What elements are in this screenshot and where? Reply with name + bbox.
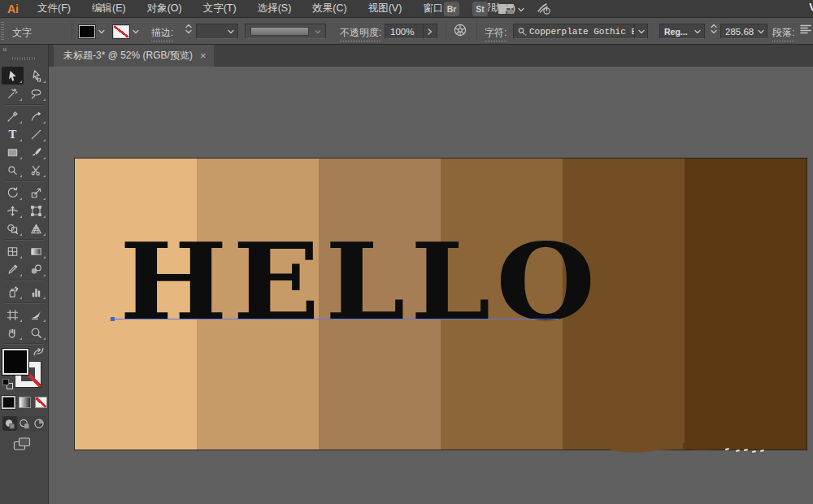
tool-selection[interactable]: [2, 67, 24, 85]
paragraph-panel-link[interactable]: 段落:: [772, 26, 794, 41]
tool-rectangle[interactable]: [2, 143, 24, 161]
drawing-mode-buttons: [2, 416, 46, 431]
menu-item-6[interactable]: 视图(V): [358, 0, 413, 17]
opacity-input[interactable]: 100%: [385, 24, 424, 39]
tool-direct-selection[interactable]: [25, 67, 47, 85]
tool-shaper[interactable]: [2, 161, 24, 179]
font-family-chevron-button[interactable]: [634, 24, 648, 39]
stroke-none-swatch: [113, 25, 129, 38]
paragraph-align-icon[interactable]: [800, 24, 811, 34]
tool-lasso[interactable]: [25, 85, 47, 102]
stroke-profile-preview: [250, 27, 309, 36]
tool-magic-wand[interactable]: [2, 85, 24, 102]
character-panel-link[interactable]: 字符:: [485, 26, 506, 41]
panel-grip[interactable]: [12, 57, 37, 60]
tool-line-segment[interactable]: [25, 125, 47, 143]
tool-curvature[interactable]: [25, 107, 47, 125]
swap-fill-stroke-icon[interactable]: [33, 348, 45, 356]
document-tab[interactable]: 未标题-3* @ 52% (RGB/预览) ×: [54, 45, 214, 67]
menu-item-1[interactable]: 编辑(E): [81, 0, 137, 17]
document-tab-bar: 未标题-3* @ 52% (RGB/预览) ×: [49, 45, 813, 67]
stroke-color-button[interactable]: [113, 24, 140, 39]
tool-free-transform[interactable]: [25, 202, 47, 219]
tool-pen[interactable]: [2, 107, 24, 125]
menubar-separator: [430, 2, 431, 15]
tool-slice[interactable]: [25, 306, 47, 324]
tool-width[interactable]: [2, 202, 24, 219]
menu-item-0[interactable]: 文件(F): [27, 0, 81, 17]
workspace-switcher-icon[interactable]: [498, 3, 514, 15]
text-baseline-path[interactable]: [111, 319, 559, 319]
tool-row: [0, 184, 49, 202]
workspace-chevron-down-icon[interactable]: [517, 6, 525, 13]
control-bar: 文字 描边: 不透明度: 100% 字符:: [0, 18, 813, 45]
opacity-expand-button[interactable]: [423, 24, 437, 39]
tool-symbol-sprayer[interactable]: [2, 283, 24, 301]
tool-eyedropper[interactable]: [2, 260, 24, 278]
color-button[interactable]: [2, 397, 15, 408]
color-type-buttons: [2, 397, 47, 408]
collapse-panel-icon[interactable]: «: [2, 45, 7, 54]
menu-item-5[interactable]: 效果(C): [302, 0, 357, 17]
draw-behind-icon[interactable]: [17, 416, 32, 431]
tool-row: [0, 219, 49, 237]
stroke-weight-stepper[interactable]: [185, 24, 193, 34]
default-fill-stroke-icon[interactable]: [2, 379, 14, 390]
tool-scale[interactable]: [25, 184, 47, 202]
font-search-icon: [517, 27, 528, 37]
menu-item-2[interactable]: 对象(O): [137, 0, 193, 17]
font-name-value: Copperplate Gothic Bo: [529, 27, 634, 37]
tool-row: [0, 67, 49, 85]
tool-gradient[interactable]: [25, 242, 47, 260]
menu-item-3[interactable]: 文字(T): [193, 0, 247, 17]
controlbar-grip[interactable]: [1, 22, 4, 40]
draw-inside-icon[interactable]: [32, 416, 46, 431]
tool-hand[interactable]: [2, 324, 24, 341]
font-style-combobox[interactable]: Reg...: [659, 24, 705, 39]
tool-mesh[interactable]: [2, 242, 24, 260]
font-size-stepper[interactable]: [710, 24, 718, 34]
separator: [72, 22, 72, 40]
tool-row: T: [0, 125, 49, 143]
tool-perspective-grid[interactable]: [25, 219, 47, 237]
tool-blend[interactable]: [25, 260, 47, 278]
stroke-weight-combobox[interactable]: [196, 24, 238, 39]
bridge-button[interactable]: Br: [444, 2, 459, 16]
gradient-button[interactable]: [19, 397, 31, 408]
menu-item-4[interactable]: 选择(S): [247, 0, 302, 17]
stroke-panel-link[interactable]: 描边:: [151, 26, 173, 41]
font-size-combobox[interactable]: 285.68: [720, 24, 767, 39]
menu-item-7[interactable]: 窗口(W): [412, 0, 470, 17]
svg-text:T: T: [9, 128, 17, 140]
stroke-weight-chevron-icon: [227, 28, 235, 35]
opacity-panel-link[interactable]: 不透明度:: [340, 26, 381, 41]
profile-chevron-icon: [314, 28, 322, 35]
gpu-performance-icon[interactable]: [537, 2, 551, 15]
tool-row: [0, 242, 49, 260]
tool-zoom[interactable]: [25, 324, 47, 341]
fill-color-button[interactable]: [79, 24, 106, 39]
tool-rotate[interactable]: [2, 184, 24, 202]
tool-artboard[interactable]: [2, 306, 24, 324]
canvas-pasteboard[interactable]: HELLO: [49, 67, 813, 504]
chevron-down-icon: [637, 28, 646, 35]
none-button[interactable]: [35, 397, 47, 408]
stroke-profile-dropdown[interactable]: [245, 24, 326, 39]
tool-row: [0, 306, 49, 324]
font-family-combobox[interactable]: Copperplate Gothic Bo: [513, 24, 635, 39]
artboard[interactable]: HELLO: [75, 159, 806, 450]
screen-mode-icon[interactable]: [13, 437, 31, 450]
anchor-point[interactable]: [111, 317, 115, 321]
clipped-text-fragment: V: [809, 1, 813, 13]
tool-shape-builder[interactable]: [2, 219, 24, 237]
fill-indicator[interactable]: [2, 349, 28, 375]
tool-column-graph[interactable]: [25, 283, 47, 301]
recolor-artwork-icon[interactable]: [454, 24, 467, 37]
tool-paintbrush[interactable]: [25, 143, 47, 161]
draw-normal-icon[interactable]: [2, 416, 17, 431]
close-tab-icon[interactable]: ×: [200, 50, 207, 61]
tool-type[interactable]: T: [2, 125, 24, 143]
stock-button[interactable]: St: [472, 2, 488, 16]
tool-scissors[interactable]: [25, 161, 47, 179]
font-size-chevron-icon: [757, 28, 765, 35]
